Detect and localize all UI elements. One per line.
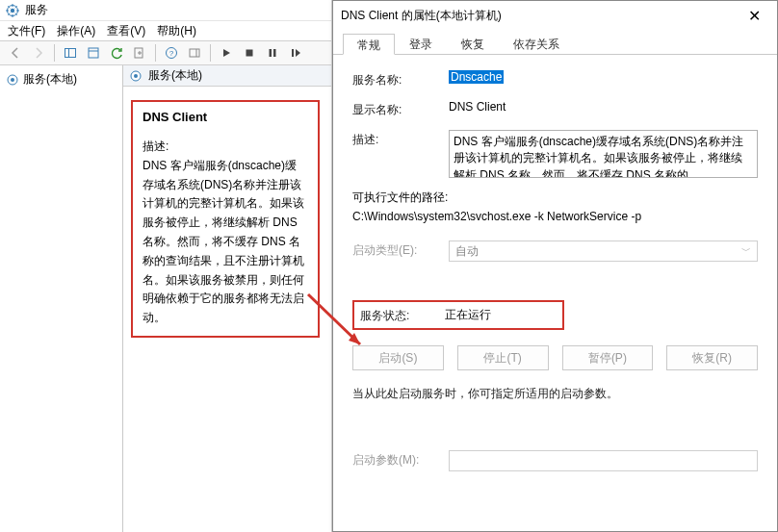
menu-file[interactable]: 文件(F) (8, 23, 45, 39)
svg-point-16 (11, 78, 14, 82)
export-icon[interactable] (130, 43, 149, 63)
tree-node-label: 服务(本地) (23, 71, 77, 88)
show-hide-icon[interactable] (185, 43, 204, 63)
svg-point-18 (134, 74, 138, 78)
start-service-icon[interactable] (217, 43, 236, 63)
label-exe-path: 可执行文件的路径: (352, 190, 758, 206)
label-description: 描述: (352, 130, 449, 148)
tab-recovery[interactable]: 恢复 (447, 33, 499, 54)
value-service-status: 正在运行 (445, 307, 491, 323)
properties-icon[interactable] (84, 43, 103, 63)
close-icon[interactable]: ✕ (739, 3, 769, 28)
start-button[interactable]: 启动(S) (352, 345, 444, 370)
pause-service-icon[interactable] (263, 43, 282, 63)
label-startup-type: 启动类型(E): (352, 241, 449, 259)
value-service-name[interactable]: Dnscache (449, 70, 504, 84)
service-properties-dialog: DNS Client 的属性(本地计算机) ✕ 常规 登录 恢复 依存关系 服务… (332, 0, 778, 532)
services-icon (6, 4, 19, 17)
stop-button[interactable]: 停止(T) (457, 345, 549, 370)
svg-point-1 (11, 8, 14, 12)
menu-help[interactable]: 帮助(H) (157, 23, 196, 39)
start-params-input[interactable] (449, 450, 758, 471)
chevron-down-icon: ﹀ (741, 244, 751, 258)
stop-service-icon[interactable] (240, 43, 259, 63)
dialog-body: 服务名称: Dnscache 显示名称: DNS Client 描述: 可执行文… (333, 55, 777, 493)
value-exe-path: C:\Windows\system32\svchost.exe -k Netwo… (352, 210, 758, 223)
tab-dependencies[interactable]: 依存关系 (499, 33, 574, 54)
detail-highlight-box: DNS Client 描述: DNS 客户端服务(dnscache)缓存域名系统… (131, 100, 320, 338)
services-mmc-window: 服务 文件(F) 操作(A) 查看(V) 帮助(H) ? (0, 0, 332, 532)
mmc-toolbar: ? (0, 40, 331, 65)
column-header[interactable]: 服务(本地) (123, 65, 331, 87)
tab-general[interactable]: 常规 (343, 34, 395, 55)
help-icon[interactable]: ? (162, 43, 181, 63)
dialog-title: DNS Client 的属性(本地计算机) (341, 8, 502, 24)
dialog-tabs: 常规 登录 恢复 依存关系 (333, 30, 777, 55)
svg-rect-9 (190, 49, 199, 57)
value-description[interactable] (449, 130, 758, 178)
status-highlight-box: 服务状态: 正在运行 (352, 300, 564, 330)
detail-pane: DNS Client 描述: DNS 客户端服务(dnscache)缓存域名系统… (123, 87, 331, 532)
column-header-text: 服务(本地) (148, 67, 202, 84)
label-service-name: 服务名称: (352, 70, 449, 89)
svg-rect-14 (292, 49, 294, 57)
services-icon (6, 73, 19, 87)
detail-desc-label: 描述: (143, 138, 308, 157)
restart-service-icon[interactable] (286, 43, 305, 63)
detail-desc-text: DNS 客户端服务(dnscache)缓存域名系统(DNS)名称并注册该计算机的… (143, 157, 308, 328)
tree-node-services-local[interactable]: 服务(本地) (4, 69, 118, 89)
services-icon (129, 69, 143, 83)
mmc-window-title: 服务 (25, 2, 48, 18)
refresh-icon[interactable] (107, 43, 126, 63)
label-start-params: 启动参数(M): (352, 450, 449, 469)
start-params-note: 当从此处启动服务时，你可指定所适用的启动参数。 (352, 386, 758, 402)
back-icon[interactable] (6, 43, 25, 63)
forward-icon[interactable] (29, 43, 48, 63)
svg-rect-2 (65, 49, 76, 58)
svg-rect-11 (246, 50, 253, 57)
value-display-name: DNS Client (449, 100, 758, 114)
pause-button[interactable]: 暂停(P) (562, 345, 654, 370)
startup-type-select[interactable]: 自动 ﹀ (449, 241, 758, 262)
dialog-titlebar[interactable]: DNS Client 的属性(本地计算机) ✕ (333, 1, 777, 30)
mmc-tree-pane[interactable]: 服务(本地) (0, 65, 123, 532)
panes-icon[interactable] (61, 43, 80, 63)
detail-service-name: DNS Client (143, 110, 308, 124)
label-service-status: 服务状态: (360, 306, 445, 324)
startup-type-value: 自动 (455, 243, 479, 260)
label-display-name: 显示名称: (352, 100, 449, 118)
svg-rect-4 (89, 48, 98, 58)
svg-rect-12 (270, 49, 272, 57)
mmc-titlebar: 服务 (0, 0, 331, 21)
menu-action[interactable]: 操作(A) (57, 23, 95, 39)
svg-text:?: ? (169, 49, 174, 58)
menu-view[interactable]: 查看(V) (107, 23, 145, 39)
resume-button[interactable]: 恢复(R) (666, 345, 758, 370)
tab-logon[interactable]: 登录 (395, 33, 447, 54)
mmc-menubar[interactable]: 文件(F) 操作(A) 查看(V) 帮助(H) (0, 21, 331, 40)
svg-rect-13 (273, 49, 276, 57)
